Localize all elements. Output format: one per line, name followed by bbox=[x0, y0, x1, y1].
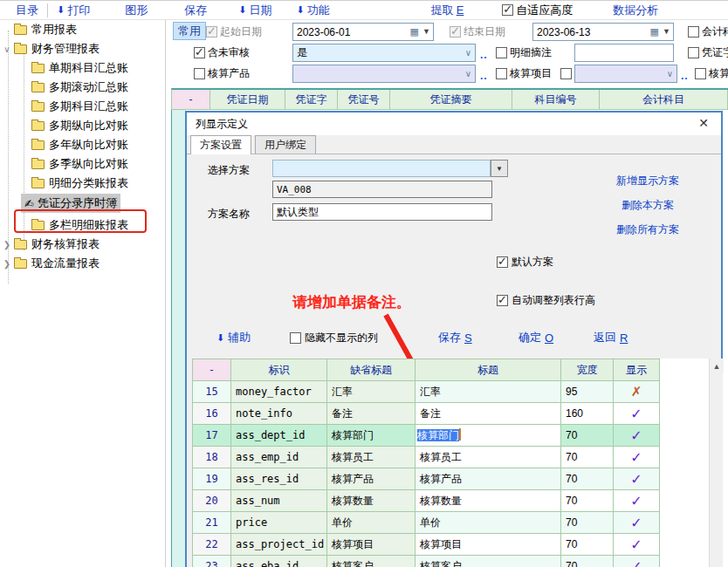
tab-common[interactable]: 常用 bbox=[173, 22, 206, 40]
include-unaudited-checkbox[interactable] bbox=[194, 47, 205, 58]
auto-row-height-toggle[interactable]: 自动调整列表行高 bbox=[497, 293, 595, 308]
menu-graph[interactable]: 图形 bbox=[125, 3, 148, 18]
start-date-checkbox[interactable] bbox=[206, 26, 217, 38]
menu-save[interactable]: 保存 bbox=[184, 3, 207, 18]
dropdown-arrow-icon[interactable]: ▼ bbox=[663, 27, 670, 36]
tree-item-cash-flow[interactable]: ❯现金流量报表 bbox=[2, 254, 100, 273]
dropdown-arrow-icon[interactable]: ▼ bbox=[422, 27, 430, 36]
table-row[interactable]: 20 ass_num 核算数量 核算数量 70 ✓ bbox=[193, 490, 660, 512]
calendar-icon[interactable]: ▦ bbox=[650, 26, 659, 38]
tree-item-common-reports[interactable]: 常用报表 bbox=[12, 20, 77, 39]
col-header-minus[interactable]: - bbox=[193, 359, 231, 381]
detail-note-checkbox[interactable] bbox=[496, 47, 507, 58]
menu-extract[interactable]: 提取E bbox=[431, 3, 464, 18]
col-header-id[interactable]: 标识 bbox=[231, 359, 327, 381]
title-cell-editing[interactable]: 核算部门 bbox=[416, 425, 561, 447]
include-unaudited-select[interactable]: 是 ∨ bbox=[292, 44, 476, 62]
grid-col-account-no[interactable]: 科目编号 bbox=[512, 90, 600, 110]
table-row[interactable]: 23 ass_eba_id 核算客户 核算客户 70 ✓ bbox=[193, 556, 660, 567]
grid-col-minus[interactable]: - bbox=[172, 90, 210, 110]
tab-user-binding[interactable]: 用户绑定 bbox=[255, 135, 316, 154]
menu-data-analysis[interactable]: 数据分析 bbox=[613, 3, 658, 18]
return-button[interactable]: 返回R bbox=[594, 330, 628, 345]
chevron-down-icon[interactable]: ∨ bbox=[667, 69, 673, 79]
tree-item-finance-accounting[interactable]: ❯财务核算报表 bbox=[2, 235, 100, 254]
select-scheme-combo[interactable] bbox=[272, 160, 491, 177]
save-button[interactable]: 保存S bbox=[438, 330, 472, 345]
table-row[interactable]: 16 note_info 备注 备注 160 ✓ bbox=[193, 403, 660, 425]
default-scheme-toggle[interactable]: 默认方案 bbox=[497, 255, 553, 270]
check-icon[interactable]: ✓ bbox=[630, 450, 642, 465]
ok-button[interactable]: 确定O bbox=[519, 330, 553, 345]
grid-col-summary[interactable]: 凭证摘要 bbox=[390, 90, 512, 110]
check-icon[interactable]: ✓ bbox=[630, 428, 642, 443]
chevron-down-icon[interactable]: ∨ bbox=[465, 69, 471, 79]
toggle-auto-height[interactable]: 自适应高度 bbox=[502, 3, 573, 18]
scheme-name-field[interactable]: 默认类型 bbox=[272, 203, 492, 221]
check-icon[interactable]: ✓ bbox=[630, 559, 642, 567]
chevron-right-icon[interactable]: ❯ bbox=[2, 240, 12, 249]
grid-col-voucher-no[interactable]: 凭证号 bbox=[338, 90, 390, 110]
tree-item[interactable]: 多期纵向比对账 bbox=[30, 116, 128, 135]
link-add-scheme[interactable]: 新增显示方案 bbox=[616, 174, 679, 188]
check-icon[interactable]: ✓ bbox=[630, 472, 642, 487]
table-row-selected[interactable]: 17 ass_dept_id 核算部门 核算部门 70 ✓ bbox=[193, 425, 660, 447]
project-select[interactable]: ∨ bbox=[574, 65, 677, 83]
checkbox-icon[interactable] bbox=[497, 256, 508, 268]
check-icon[interactable]: ✓ bbox=[630, 406, 642, 421]
col-header-width[interactable]: 宽度 bbox=[561, 359, 614, 381]
tree-item[interactable]: 多季纵向比对账 bbox=[30, 154, 128, 174]
col-header-default-title[interactable]: 缺省标题 bbox=[327, 359, 416, 381]
checkbox-icon[interactable] bbox=[497, 295, 508, 306]
table-row[interactable]: 18 ass_emp_id 核算员工 核算员工 70 ✓ bbox=[193, 447, 660, 468]
menu-print[interactable]: ⬇打印 bbox=[57, 3, 90, 18]
grid-col-voucher-date[interactable]: 凭证日期 bbox=[210, 90, 285, 110]
grid-col-account[interactable]: 会计科目 bbox=[600, 90, 728, 110]
tree-item[interactable]: 明细分类账报表 bbox=[30, 174, 128, 193]
account-checkbox[interactable] bbox=[688, 26, 699, 38]
col-header-title[interactable]: 标题 bbox=[416, 359, 561, 381]
menu-catalog[interactable]: 目录 bbox=[16, 3, 38, 18]
link-delete-all-schemes[interactable]: 删除所有方案 bbox=[616, 222, 679, 237]
product-checkbox[interactable] bbox=[194, 68, 205, 79]
start-date-input[interactable]: 2023-06-01 ▦▼ bbox=[292, 23, 434, 41]
end-date-input[interactable]: 2023-06-13 ▦▼ bbox=[532, 23, 674, 41]
table-row[interactable]: 21 price 单价 单价 70 ✓ bbox=[193, 512, 660, 534]
calendar-icon[interactable]: ▦ bbox=[410, 26, 419, 38]
checkbox-icon[interactable] bbox=[502, 4, 513, 16]
tree-item[interactable]: 多期科目汇总账 bbox=[30, 97, 128, 116]
check-icon[interactable]: ✓ bbox=[630, 494, 642, 509]
hide-columns-toggle[interactable]: 隐藏不显示的列 bbox=[290, 331, 378, 345]
scroll-up-icon[interactable]: ▲ bbox=[710, 359, 724, 373]
detail-note-input[interactable] bbox=[574, 44, 674, 62]
table-row[interactable]: 22 ass_project_id 核算项目 核算项目 70 ✓ bbox=[193, 534, 660, 556]
aux-button[interactable]: ⬇ 辅助 bbox=[216, 330, 251, 345]
assess-checkbox[interactable] bbox=[695, 68, 706, 79]
end-date-checkbox[interactable] bbox=[450, 26, 461, 38]
chevron-down-icon[interactable]: ∨ bbox=[465, 48, 471, 58]
voucher-type-checkbox[interactable] bbox=[688, 47, 699, 58]
tree-item[interactable]: 单期科目汇总账 bbox=[30, 58, 128, 78]
check-icon[interactable]: ✓ bbox=[630, 516, 642, 530]
tree-item-finance-mgmt[interactable]: ∨财务管理报表 bbox=[2, 39, 100, 58]
product-select[interactable]: ∨ bbox=[292, 65, 476, 83]
tree-item[interactable]: 多期滚动汇总账 bbox=[30, 78, 128, 97]
scheme-code-field[interactable]: VA_008 bbox=[272, 181, 492, 198]
check-icon[interactable]: ✓ bbox=[630, 537, 642, 552]
table-row[interactable]: 15 money_factor 汇率 汇率 95 ✗ bbox=[193, 381, 660, 403]
close-icon[interactable]: ✕ bbox=[698, 116, 709, 130]
chevron-down-icon[interactable]: ∨ bbox=[2, 44, 12, 54]
combo-dropdown-button[interactable]: ▼ bbox=[491, 160, 508, 177]
project-checkbox[interactable] bbox=[496, 68, 507, 79]
cross-icon[interactable]: ✗ bbox=[631, 384, 642, 399]
tab-scheme-settings[interactable]: 方案设置 bbox=[190, 135, 251, 154]
link-delete-scheme[interactable]: 删除本方案 bbox=[622, 198, 674, 213]
menu-date[interactable]: ⬇日期 bbox=[238, 3, 271, 18]
chevron-right-icon[interactable]: ❯ bbox=[2, 259, 12, 269]
menu-function[interactable]: ⬇功能 bbox=[296, 3, 329, 18]
table-row[interactable]: 19 ass_res_id 核算产品 核算产品 70 ✓ bbox=[193, 468, 660, 490]
project-extra-checkbox[interactable] bbox=[560, 68, 572, 79]
table-scrollbar[interactable]: ▲ bbox=[709, 359, 723, 567]
tree-item[interactable]: 多年纵向比对账 bbox=[30, 135, 128, 154]
grid-col-voucher-type[interactable]: 凭证字 bbox=[285, 90, 338, 110]
